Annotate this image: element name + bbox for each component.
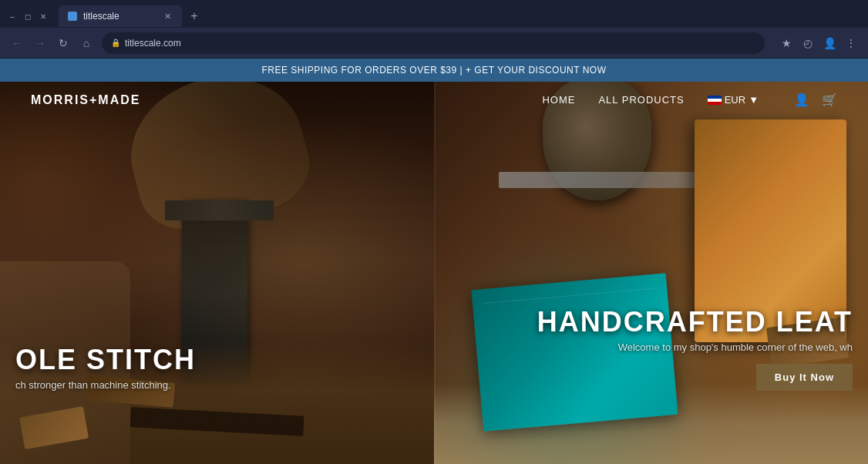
account-icon[interactable]: 👤 [822,35,837,51]
hero-subtext-right: Welcome to my shop's humble corner of th… [467,341,853,353]
close-button[interactable]: ✕ [37,10,49,22]
lock-icon: 🔒 [111,39,120,47]
announcement-text: FREE SHIPPING FOR ORDERS OVER $39 | + GE… [261,65,606,76]
nav-links: HOME ALL PRODUCTS EUR ▼ 👤 🛒 [542,92,837,107]
new-tab-button[interactable]: + [185,7,204,25]
hero-right-background [434,59,868,464]
hero-text-left: OLE STITCH ch stronger than machine stit… [0,345,211,392]
machine-arm [165,200,274,220]
hero-divider [434,59,436,464]
leather-strip [130,407,304,436]
site-navigation: Morris+Made HOME ALL PRODUCTS EUR ▼ 👤 🛒 [0,83,868,116]
tab-favicon [68,12,77,21]
announcement-bar: FREE SHIPPING FOR ORDERS OVER $39 | + GE… [0,59,868,82]
hero-headline-left: OLE STITCH [15,345,196,375]
currency-selector[interactable]: EUR ▼ [708,94,759,106]
window-controls: – ◻ ✕ [6,10,49,22]
address-bar: ← → ↻ ⌂ 🔒 titlescale.com ★ ◴ 👤 ⋮ [0,28,868,59]
hero-headline-right: HANDCRAFTED LEAT [449,307,853,338]
home-button[interactable]: ⌂ [79,35,94,51]
forward-button[interactable]: → [32,35,48,51]
site-logo: Morris+Made [31,93,140,107]
active-tab[interactable]: titlescale ✕ [59,5,182,27]
flag-icon [708,96,722,105]
hero-right-panel: HANDCRAFTED LEAT Welcome to my shop's hu… [434,59,868,464]
hero-left-background [0,59,434,464]
nav-home[interactable]: HOME [542,94,575,106]
buy-now-button[interactable]: Buy It Now [756,364,853,391]
menu-icon[interactable]: ⋮ [843,35,859,51]
tab-title: titlescale [83,11,119,22]
back-button[interactable]: ← [9,35,25,51]
currency-label: EUR [725,94,745,106]
hero-left-panel: OLE STITCH ch stronger than machine stit… [0,59,434,464]
browser-actions: ★ ◴ 👤 ⋮ [779,35,859,51]
currency-chevron-icon: ▼ [749,94,759,106]
cart-nav-icon[interactable]: 🛒 [822,92,837,107]
website-content: FREE SHIPPING FOR ORDERS OVER $39 | + GE… [0,59,868,464]
url-display: titlescale.com [125,38,755,49]
restore-button[interactable]: ◻ [22,10,34,22]
account-nav-icon[interactable]: 👤 [794,92,809,107]
hero-subtext-left: ch stronger than machine stitching. [15,379,196,391]
nav-all-products[interactable]: ALL PRODUCTS [598,94,684,106]
address-input-container[interactable]: 🔒 titlescale.com [102,32,765,54]
extensions-icon[interactable]: ◴ [800,35,816,51]
nav-icons: 👤 🛒 [794,92,837,107]
browser-window: – ◻ ✕ titlescale ✕ + ← → ↻ ⌂ 🔒 titlescal… [0,0,868,464]
hero-text-right: HANDCRAFTED LEAT Welcome to my shop's hu… [434,307,868,392]
minimize-button[interactable]: – [6,10,19,22]
tab-close-icon[interactable]: ✕ [162,11,173,22]
hero-section: OLE STITCH ch stronger than machine stit… [0,59,868,464]
star-icon[interactable]: ★ [779,35,794,51]
refresh-button[interactable]: ↻ [56,35,71,51]
browser-tab-bar: – ◻ ✕ titlescale ✕ + [0,0,868,28]
